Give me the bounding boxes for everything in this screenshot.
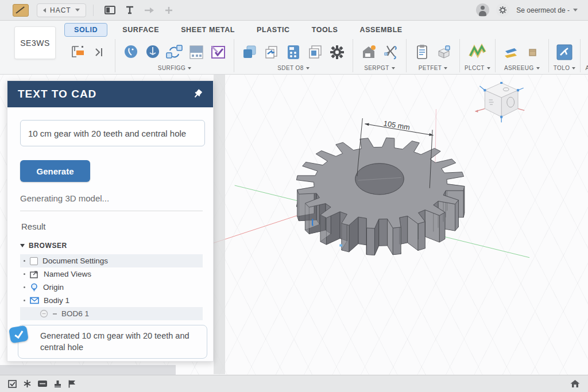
clipboard-icon[interactable]: [412, 42, 432, 62]
toolbar-group-surfigg: SURFIGG: [115, 39, 234, 72]
toolbar-group-label[interactable]: PETFET: [419, 65, 448, 71]
chevron-down-icon: [20, 244, 25, 247]
selection-mark: [312, 219, 313, 226]
zigzag-chart-icon[interactable]: [467, 42, 487, 62]
panels-icon[interactable]: [104, 5, 117, 16]
toolbar-group-assemble: ASSEMBBLGIN8: [581, 39, 588, 72]
sphere-tool-icon[interactable]: [121, 42, 141, 62]
page-export-icon[interactable]: [262, 42, 281, 62]
redo-arrow-icon[interactable]: [143, 5, 156, 16]
generation-notification: Generated 10 cm gear with 20 teeth and c…: [18, 325, 207, 359]
swap-bodies-icon[interactable]: [165, 42, 184, 62]
flag-icon[interactable]: [68, 379, 76, 388]
status-bar: [0, 375, 588, 392]
top-bar-right: Se oeermeot de -: [476, 3, 578, 17]
tab-assemble[interactable]: ASSEMBLE: [353, 23, 409, 37]
check-icon: [13, 329, 25, 339]
top-bar: HACT Se oeermeot de -: [0, 0, 588, 21]
person-icon: [481, 6, 485, 10]
body-icon: [30, 297, 39, 304]
checkbox-purple-icon[interactable]: [208, 42, 228, 62]
gear-model[interactable]: [296, 138, 464, 255]
stamp-icon[interactable]: [53, 379, 62, 388]
dash-icon: [53, 313, 57, 315]
circle-minus-icon: [40, 309, 48, 318]
calculator-icon[interactable]: [284, 42, 303, 62]
tree-item-body[interactable]: Bodiy 1: [20, 294, 203, 307]
chevron-left-icon: [43, 8, 46, 13]
text-tool-icon[interactable]: [123, 5, 136, 16]
ribbon-toolbar: SURFIGG SDET O8: [0, 39, 588, 75]
generate-button[interactable]: Generate: [20, 160, 90, 182]
stacked-bars-icon[interactable]: [501, 42, 521, 62]
overlapping-squares-icon[interactable]: [240, 42, 260, 62]
checkbox-icon[interactable]: [30, 257, 38, 265]
collapse-panel-icon[interactable]: [90, 42, 109, 62]
house-icon[interactable]: [359, 42, 378, 62]
app-window: HACT Se oeermeot de -: [0, 0, 588, 392]
tab-surface[interactable]: SURFACE: [115, 23, 166, 37]
tree-item-origin[interactable]: Origin: [20, 281, 203, 294]
selection-dot: [339, 244, 342, 247]
tab-plastic[interactable]: PLASTIC: [250, 23, 297, 37]
toolbar-group-asreeug: ASREEUG: [496, 39, 549, 72]
flowchart-icon[interactable]: [68, 42, 87, 62]
copy-pages-icon[interactable]: [305, 42, 325, 62]
settings-gear-button[interactable]: [496, 3, 509, 17]
toolbar-group-label[interactable]: ASSEMBBLGIN8: [585, 65, 588, 71]
toolbar-group-serpgt: SERPGT: [353, 39, 407, 72]
toolbar-group-label[interactable]: SDET O8: [277, 65, 309, 71]
panel-gutter: [214, 75, 225, 374]
toolbar-group-label[interactable]: SERPGT: [364, 65, 395, 71]
small-block-icon[interactable]: [523, 42, 543, 62]
workspace-tabs: SOLID SURFACE SHEET METAL PLASTIC TOOLS …: [0, 21, 588, 39]
tree-item-named-views[interactable]: Named Views: [20, 267, 203, 281]
prompt-input[interactable]: [20, 120, 205, 146]
browser-section-header[interactable]: BROWSER: [20, 242, 67, 250]
divider: [93, 5, 94, 16]
wrench-square-icon[interactable]: [555, 42, 574, 62]
tab-tools[interactable]: TOOLS: [305, 23, 345, 37]
tree-item-body-child[interactable]: BOD6 1: [20, 307, 203, 320]
toolbar-group-label[interactable]: PLCCT: [465, 65, 490, 71]
toolbar-group-history: [62, 39, 115, 72]
divider: [20, 211, 203, 211]
gear-tool-icon[interactable]: [327, 42, 347, 62]
generation-status: Generating 3D model...: [20, 193, 109, 203]
toolbar-group-label[interactable]: TOLO: [554, 65, 576, 71]
toolbar-group-plcct: PLCCT: [460, 39, 496, 72]
checkbox-status-icon[interactable]: [8, 379, 17, 389]
box-3d-icon[interactable]: [434, 42, 454, 62]
pin-icon[interactable]: [192, 89, 203, 99]
tab-solid[interactable]: SOLID: [64, 23, 107, 37]
text-to-cad-panel: TEXT TO CAD Generate Generating 3D model…: [7, 80, 214, 362]
doc-nav-dropdown[interactable]: HACT: [37, 3, 86, 17]
pencil-tool-button[interactable]: [13, 4, 29, 17]
toolbar-group-petfet: PETFET: [407, 39, 460, 72]
toolbar-group-sdet: SDET O8: [234, 39, 353, 72]
gear-icon: [498, 6, 507, 14]
tab-sheet-metal[interactable]: SHEET METAL: [174, 23, 242, 37]
view-cube[interactable]: [475, 82, 525, 122]
asterisk-icon[interactable]: [23, 379, 32, 388]
tree-item-document-settings[interactable]: Document Settings: [20, 254, 203, 267]
panel-header: TEXT TO CAD: [7, 81, 213, 107]
add-tab-icon[interactable]: [163, 5, 175, 16]
sphere-dark-tool-icon[interactable]: [143, 42, 163, 62]
panel-grid-icon[interactable]: [187, 42, 206, 62]
card-icon[interactable]: [37, 380, 48, 387]
doc-nav-label: HACT: [50, 6, 71, 14]
panel-title: TEXT TO CAD: [18, 88, 192, 100]
toolbar-group-label[interactable]: SURFIGG: [158, 65, 191, 71]
toolbar-group-label[interactable]: ASREEUG: [504, 65, 540, 71]
views-icon: [30, 270, 39, 278]
browser-brand-card[interactable]: SE3WS: [14, 26, 56, 59]
dimension-label: 105 mm: [383, 119, 411, 131]
origin-icon: [30, 283, 38, 292]
account-dropdown[interactable]: Se oeermeot de -: [516, 6, 578, 14]
home-icon[interactable]: [570, 379, 580, 388]
browser-tree: Document Settings Named Views Origin Bod…: [20, 254, 203, 320]
multitool-icon[interactable]: [381, 42, 400, 62]
success-check-badge: [9, 325, 29, 344]
avatar[interactable]: [476, 3, 489, 17]
